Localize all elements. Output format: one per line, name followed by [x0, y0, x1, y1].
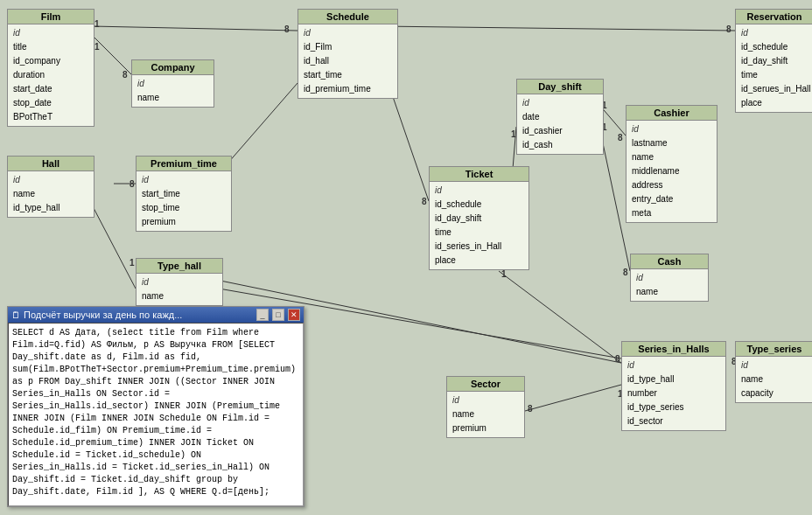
rel-tick-sih-1: 1 — [501, 269, 507, 279]
field-film-idcompany: id_company — [11, 54, 90, 68]
rel-film-schedule-8: 8 — [284, 24, 290, 34]
svg-line-1 — [92, 35, 131, 74]
field-cashier-entrydate: entry_date — [630, 192, 713, 206]
field-film-startdate: start_date — [11, 82, 90, 96]
sql-window-title: Подсчёт выручки за день по кажд... — [24, 310, 253, 320]
sql-content[interactable]: SELECT d AS Дата, (select title from Fil… — [8, 323, 304, 506]
table-type-hall-body: id name — [136, 274, 222, 305]
table-ticket: Ticket id id_schedule id_day_shift time … — [429, 166, 529, 270]
field-ds-date: date — [521, 110, 599, 124]
rel-hall-pt-8: 8 — [130, 179, 135, 189]
table-premium-time: Premium_time id start_time stop_time pre… — [136, 156, 232, 232]
table-type-series: Type_series id name capacity — [735, 341, 812, 403]
field-cashier-meta: meta — [630, 206, 713, 220]
table-sector-header: Sector — [447, 377, 524, 392]
table-premium-time-body: id start_time stop_time premium — [136, 171, 231, 231]
field-ds-id: id — [521, 96, 599, 110]
field-pt-premium: premium — [140, 215, 228, 229]
rel-sched-res-8: 8 — [726, 24, 732, 34]
rel-film-company-1: 1 — [94, 42, 100, 52]
rel-film-schedule-1: 1 — [94, 19, 100, 29]
table-schedule-body: id id_Film id_hall start_time id_premium… — [298, 24, 397, 98]
rel-ds-cash-8: 8 — [623, 268, 628, 277]
table-film: Film id title id_company duration start_… — [7, 9, 94, 127]
svg-line-0 — [92, 26, 298, 31]
field-cash-name: name — [634, 285, 704, 299]
table-cashier-header: Cashier — [626, 106, 717, 121]
table-sector: Sector id name premium — [446, 376, 525, 438]
field-cashier-name: name — [630, 150, 713, 164]
rel-ds-tick-1: 1 — [511, 129, 516, 139]
table-premium-time-header: Premium_time — [136, 157, 231, 171]
field-th-id: id — [140, 275, 219, 289]
table-hall: Hall id name id_type_hall — [7, 156, 94, 218]
rel-film-company-8: 8 — [122, 70, 128, 80]
table-cashier-body: id lastname name middlename address entr… — [626, 121, 717, 222]
field-schedule-id: id — [302, 26, 394, 40]
field-res-time: time — [739, 68, 809, 82]
field-sih-number: number — [626, 386, 722, 400]
table-type-series-header: Type_series — [736, 342, 812, 357]
field-sih-idsector: id_sector — [626, 414, 722, 428]
table-type-hall-header: Type_hall — [136, 259, 222, 274]
field-th-name: name — [140, 289, 219, 303]
field-sih-id: id — [626, 358, 722, 372]
table-company-body: id name — [132, 75, 214, 107]
rel-tick-sih-8: 8 — [615, 354, 620, 364]
close-button[interactable]: ✕ — [288, 309, 300, 321]
field-sih-idtypehall: id_type_hall — [626, 372, 722, 386]
rel-sched-tick-8: 8 — [422, 197, 427, 206]
table-type-series-body: id name capacity — [736, 357, 812, 402]
field-film-duration: duration — [11, 68, 90, 82]
main-canvas: 1 8 1 8 1 8 1 1 1 8 1 8 1 8 1 8 1 8 1 8 … — [0, 0, 812, 515]
field-ds-idcashier: id_cashier — [521, 124, 599, 138]
svg-line-6 — [381, 26, 735, 31]
table-company: Company id name — [131, 59, 214, 108]
field-sector-name: name — [451, 407, 521, 421]
field-ticket-iddayshift: id_day_shift — [433, 212, 525, 226]
field-res-idseruesinhall: id_serues_in_Hall — [739, 82, 809, 96]
field-hall-idtypehall: id_type_hall — [11, 201, 90, 215]
field-ds-idcash: id_cash — [521, 138, 599, 152]
field-pt-stoptime: stop_time — [140, 201, 228, 215]
table-hall-header: Hall — [8, 157, 94, 171]
field-res-idschedule: id_schedule — [739, 40, 809, 54]
field-cash-id: id — [634, 271, 704, 285]
field-cashier-address: address — [630, 178, 713, 192]
field-company-id: id — [136, 77, 210, 91]
table-ticket-body: id id_schedule id_day_shift time id_seri… — [430, 182, 528, 269]
maximize-button[interactable]: □ — [272, 309, 284, 321]
field-schedule-idfilm: id_Film — [302, 40, 394, 54]
table-day-shift: Day_shift id date id_cashier id_cash — [516, 79, 604, 155]
rel-sih-sector-8: 8 — [528, 404, 533, 414]
sql-query-window[interactable]: 🗒 Подсчёт выручки за день по кажд... _ □… — [7, 306, 304, 507]
table-series-in-halls: Series_in_Halls id id_type_hall number i… — [621, 341, 726, 431]
field-hall-id: id — [11, 173, 90, 187]
table-sih-header: Series_in_Halls — [622, 342, 725, 357]
field-company-name: name — [136, 91, 210, 105]
field-film-title: title — [11, 40, 90, 54]
minimize-button[interactable]: _ — [256, 309, 269, 321]
sql-titlebar: 🗒 Подсчёт выручки за день по кажд... _ □… — [8, 307, 304, 323]
field-cashier-middlename: middlename — [630, 164, 713, 178]
table-film-body: id title id_company duration start_date … — [8, 24, 94, 126]
field-ts-capacity: capacity — [739, 386, 809, 400]
field-film-id: id — [11, 26, 90, 40]
table-cash-header: Cash — [631, 254, 708, 269]
field-ticket-time: time — [433, 226, 525, 240]
field-ticket-place: place — [433, 254, 525, 268]
field-sector-premium: premium — [451, 421, 521, 435]
field-ts-id: id — [739, 358, 809, 372]
table-reservation-header: Reservation — [736, 10, 812, 24]
field-film-bpotthet: BPotTheT — [11, 110, 90, 124]
field-ts-name: name — [739, 372, 809, 386]
field-ticket-idschedule: id_schedule — [433, 198, 525, 212]
table-day-shift-header: Day_shift — [517, 80, 603, 94]
rel-ds-cashier-8: 8 — [618, 133, 623, 143]
table-schedule: Schedule id id_Film id_hall start_time i… — [298, 9, 398, 99]
field-hall-name: name — [11, 187, 90, 201]
table-cash-body: id name — [631, 269, 708, 301]
svg-line-10 — [499, 271, 621, 363]
field-cashier-id: id — [630, 122, 713, 136]
field-schedule-idhall: id_hall — [302, 54, 394, 68]
